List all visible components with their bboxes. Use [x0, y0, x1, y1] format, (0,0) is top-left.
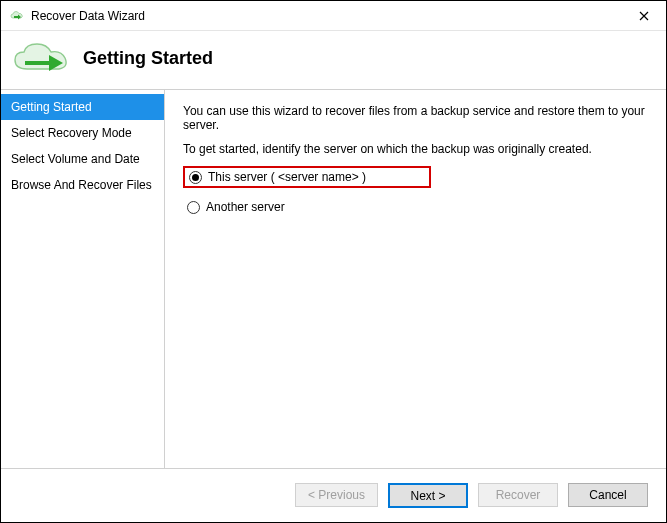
wizard-window: Recover Data Wizard Getting Started Gett… — [0, 0, 667, 523]
subhead-text: To get started, identify the server on w… — [183, 142, 648, 156]
app-icon — [9, 8, 25, 24]
next-button[interactable]: Next > — [388, 483, 468, 508]
radio-this-server-label: This server ( <server name> ) — [208, 170, 366, 184]
page-title: Getting Started — [83, 48, 213, 69]
intro-text: You can use this wizard to recover files… — [183, 104, 648, 132]
radio-selected-icon — [189, 171, 202, 184]
radio-another-server-label: Another server — [206, 200, 285, 214]
sidebar-item-browse-recover[interactable]: Browse And Recover Files — [1, 172, 164, 198]
wizard-header: Getting Started — [1, 31, 666, 81]
sidebar-item-select-recovery-mode[interactable]: Select Recovery Mode — [1, 120, 164, 146]
sidebar-item-getting-started[interactable]: Getting Started — [1, 94, 164, 120]
sidebar-item-select-volume-date[interactable]: Select Volume and Date — [1, 146, 164, 172]
radio-unselected-icon — [187, 201, 200, 214]
main-panel: You can use this wizard to recover files… — [165, 90, 666, 468]
wizard-body: Getting Started Select Recovery Mode Sel… — [1, 90, 666, 468]
steps-sidebar: Getting Started Select Recovery Mode Sel… — [1, 90, 165, 468]
radio-this-server[interactable]: This server ( <server name> ) — [183, 166, 431, 188]
recover-button: Recover — [478, 483, 558, 507]
previous-button: < Previous — [295, 483, 378, 507]
titlebar: Recover Data Wizard — [1, 1, 666, 31]
cancel-button[interactable]: Cancel — [568, 483, 648, 507]
window-title: Recover Data Wizard — [31, 9, 622, 23]
wizard-footer: < Previous Next > Recover Cancel — [1, 468, 666, 522]
cloud-recover-icon — [11, 39, 71, 77]
close-button[interactable] — [622, 1, 666, 31]
radio-another-server[interactable]: Another server — [183, 198, 648, 216]
